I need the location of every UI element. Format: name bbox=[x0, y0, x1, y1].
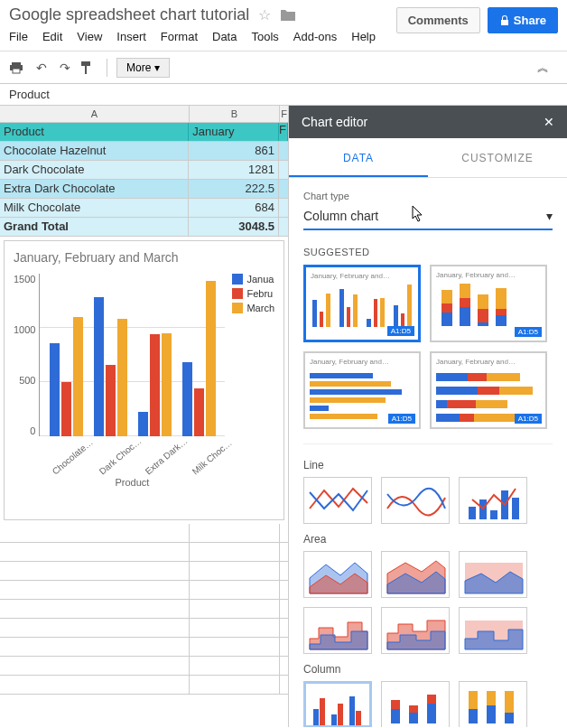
cell[interactable]: Chocolate Hazelnut bbox=[0, 142, 189, 160]
svg-rect-34 bbox=[469, 691, 478, 709]
svg-rect-0 bbox=[12, 62, 21, 65]
chart-type-select[interactable]: Column chart ▾ bbox=[303, 203, 553, 230]
suggested-thumb-grouped-column[interactable]: January, February and… A1:D5 bbox=[303, 265, 421, 342]
svg-rect-7 bbox=[490, 510, 497, 519]
table-row[interactable]: Dark Chocolate 1281 bbox=[0, 161, 288, 180]
chart-title: January, February and March bbox=[14, 250, 274, 265]
undo-icon[interactable]: ↶ bbox=[33, 61, 51, 75]
svg-rect-29 bbox=[391, 700, 400, 709]
svg-rect-38 bbox=[505, 691, 514, 713]
menu-data[interactable]: Data bbox=[212, 30, 237, 43]
category-line-label: Line bbox=[303, 459, 553, 471]
svg-rect-23 bbox=[320, 698, 325, 725]
cell[interactable]: Milk Chocolate bbox=[0, 199, 189, 217]
chart-type-area-2[interactable] bbox=[381, 551, 450, 598]
chart-type-label: Chart type bbox=[303, 191, 553, 201]
chart-type-column-1[interactable] bbox=[303, 681, 372, 727]
folder-icon[interactable] bbox=[280, 9, 296, 22]
table-row[interactable]: Chocolate Hazelnut 861 bbox=[0, 142, 288, 161]
svg-rect-24 bbox=[331, 714, 337, 725]
close-icon[interactable]: ✕ bbox=[544, 115, 554, 129]
svg-rect-36 bbox=[487, 691, 496, 705]
x-axis-labels: Chocolate… Dark Choc… Extra Dark… Milk C… bbox=[39, 440, 225, 450]
table-total-row[interactable]: Grand Total 3048.5 bbox=[0, 218, 288, 237]
table-header-row[interactable]: Product January F bbox=[0, 123, 288, 142]
table-row[interactable]: Extra Dark Chocolate 222.5 bbox=[0, 180, 288, 199]
star-icon[interactable]: ☆ bbox=[258, 6, 271, 23]
collapse-toolbar-icon[interactable]: ︽ bbox=[537, 60, 549, 76]
svg-rect-28 bbox=[391, 709, 400, 723]
cell[interactable]: Extra Dark Chocolate bbox=[0, 180, 189, 198]
chart-type-column-3[interactable] bbox=[459, 681, 527, 727]
svg-rect-3 bbox=[81, 61, 90, 66]
print-icon[interactable] bbox=[9, 61, 27, 74]
menu-addons[interactable]: Add-ons bbox=[293, 30, 337, 43]
svg-rect-30 bbox=[409, 713, 418, 723]
cell[interactable]: January bbox=[189, 123, 279, 141]
col-header-a[interactable]: A bbox=[0, 106, 190, 122]
svg-rect-32 bbox=[427, 704, 436, 723]
suggested-thumb-stacked-column[interactable]: January, February and… A1:D5 bbox=[430, 265, 547, 342]
toolbar-more[interactable]: More ▾ bbox=[116, 58, 170, 78]
svg-rect-39 bbox=[505, 713, 514, 723]
menu-view[interactable]: View bbox=[77, 30, 102, 43]
chart-type-area-5[interactable] bbox=[381, 607, 450, 654]
menu-tools[interactable]: Tools bbox=[251, 30, 278, 43]
chart-type-area-1[interactable] bbox=[303, 551, 372, 598]
redo-icon[interactable]: ↷ bbox=[56, 61, 74, 75]
category-area-label: Area bbox=[303, 533, 553, 546]
dropdown-icon: ▾ bbox=[546, 209, 553, 223]
column-headers: A B F bbox=[0, 106, 288, 123]
cell[interactable]: 3048.5 bbox=[189, 218, 279, 236]
tab-customize[interactable]: CUSTOMIZE bbox=[428, 138, 567, 177]
menu-format[interactable]: Format bbox=[161, 30, 198, 43]
paint-format-icon[interactable] bbox=[79, 61, 98, 75]
svg-rect-35 bbox=[469, 709, 478, 723]
menu-edit[interactable]: Edit bbox=[42, 30, 62, 43]
chart-type-line-3[interactable] bbox=[459, 477, 527, 524]
share-label: Share bbox=[514, 14, 546, 27]
cell[interactable]: 861 bbox=[189, 142, 279, 160]
cell[interactable]: Grand Total bbox=[0, 218, 189, 236]
x-axis-title: Product bbox=[39, 477, 225, 488]
suggested-label: SUGGESTED bbox=[303, 247, 553, 257]
suggested-thumb-grouped-bar[interactable]: January, February and… A1:D5 bbox=[303, 351, 421, 429]
cell[interactable]: F bbox=[279, 123, 288, 141]
cell[interactable]: Dark Chocolate bbox=[0, 161, 189, 179]
chart-type-line-2[interactable] bbox=[381, 477, 450, 524]
cell[interactable]: 684 bbox=[189, 199, 279, 217]
comments-button[interactable]: Comments bbox=[396, 7, 480, 33]
cell[interactable]: 1281 bbox=[189, 161, 279, 179]
chart-type-area-4[interactable] bbox=[303, 607, 372, 654]
col-header-f[interactable]: F bbox=[280, 106, 289, 122]
menu-insert[interactable]: Insert bbox=[116, 30, 146, 43]
svg-rect-25 bbox=[338, 704, 343, 725]
chart-type-area-3[interactable] bbox=[459, 551, 527, 598]
menu-file[interactable]: File bbox=[9, 30, 28, 43]
cell[interactable]: 222.5 bbox=[189, 180, 279, 198]
document-title[interactable]: Google spreadsheet chart tutorial bbox=[9, 5, 249, 24]
formula-bar[interactable]: Product bbox=[0, 84, 567, 106]
chart-type-line-1[interactable] bbox=[303, 477, 372, 524]
col-header-b[interactable]: B bbox=[190, 106, 280, 122]
cursor-icon bbox=[410, 205, 428, 225]
svg-rect-37 bbox=[487, 705, 496, 723]
svg-rect-33 bbox=[427, 695, 436, 704]
chart-legend: Janua Febru March bbox=[225, 274, 274, 472]
cell[interactable]: Product bbox=[0, 123, 189, 141]
svg-rect-26 bbox=[349, 696, 355, 725]
category-column-label: Column bbox=[303, 663, 553, 676]
chart-type-area-6[interactable] bbox=[459, 607, 527, 654]
suggested-thumb-stacked-bar[interactable]: January, February and… A1:D5 bbox=[430, 351, 547, 429]
embedded-chart[interactable]: January, February and March 1500 1000 50… bbox=[4, 240, 284, 520]
chart-type-column-2[interactable] bbox=[381, 681, 450, 727]
svg-rect-2 bbox=[13, 69, 20, 73]
svg-rect-9 bbox=[512, 498, 519, 519]
share-button[interactable]: Share bbox=[488, 7, 558, 33]
tab-data[interactable]: DATA bbox=[289, 138, 428, 177]
svg-rect-31 bbox=[409, 705, 418, 713]
svg-rect-5 bbox=[469, 507, 476, 519]
editor-title: Chart editor bbox=[302, 115, 367, 129]
table-row[interactable]: Milk Chocolate 684 bbox=[0, 199, 288, 218]
menu-help[interactable]: Help bbox=[351, 30, 376, 43]
